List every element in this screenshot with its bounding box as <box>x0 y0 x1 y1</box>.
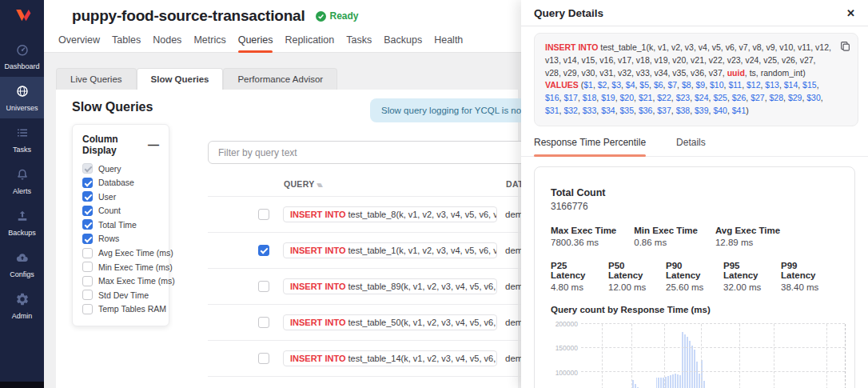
query-cell[interactable]: INSERT INTO test_table_14(k, v1, v2, v3,… <box>283 350 497 366</box>
checkbox[interactable] <box>82 262 93 272</box>
checkbox[interactable] <box>82 163 93 174</box>
search-input[interactable] <box>208 141 543 164</box>
page-title: Slow Queries <box>72 100 153 114</box>
checkbox[interactable] <box>82 206 93 216</box>
column-option-label: Query <box>98 164 121 174</box>
row-checkbox[interactable] <box>258 353 269 364</box>
stat-max-exec-time: Max Exec Time7800.36 ms <box>551 226 616 247</box>
checkbox[interactable] <box>82 276 93 286</box>
row-checkbox[interactable] <box>258 281 269 292</box>
tab-tables[interactable]: Tables <box>112 33 141 53</box>
stat-p50-latency: P50 Latency12.00 ms <box>608 261 655 292</box>
configs-icon <box>15 250 30 268</box>
histogram-bars <box>585 324 723 388</box>
column-option-avg-exec-time-ms-[interactable]: Avg Exec Time (ms) <box>82 248 159 258</box>
row-checkbox[interactable] <box>258 209 269 220</box>
column-option-std-dev-time[interactable]: Std Dev Time <box>82 290 159 300</box>
tasks-icon <box>15 126 30 143</box>
histogram-bar <box>675 374 676 388</box>
subtab-live-queries[interactable]: Live Queries <box>56 68 137 90</box>
sidebar-item-tasks[interactable]: Tasks <box>0 118 44 160</box>
ready-check-icon <box>316 11 326 22</box>
sidebar-item-admin[interactable]: Admin <box>0 285 44 326</box>
tab-queries[interactable]: Queries <box>238 33 273 53</box>
sidebar-item-universes[interactable]: Universes <box>0 77 44 118</box>
stat-p95-latency: P95 Latency32.00 ms <box>723 261 770 292</box>
status-text: Ready <box>329 10 358 22</box>
histogram-bar <box>699 374 700 388</box>
column-header-query[interactable]: QUERY▾▴ <box>284 179 506 189</box>
checkbox[interactable] <box>82 248 93 258</box>
row-checkbox[interactable] <box>258 317 269 328</box>
y-axis-label: 200000 <box>551 320 578 328</box>
column-option-max-exec-time-ms-[interactable]: Max Exec Time (ms) <box>82 276 159 286</box>
checkbox[interactable] <box>82 234 93 244</box>
column-option-user[interactable]: User <box>82 191 159 202</box>
sidebar-item-label: Backups <box>8 229 36 237</box>
column-option-query[interactable]: Query <box>82 163 159 174</box>
query-cell[interactable]: INSERT INTO test_table_89(k, v1, v2, v3,… <box>283 278 497 294</box>
exec-time-stats: Max Exec Time7800.36 msMin Exec Time0.86… <box>551 226 838 247</box>
sql-statement-card: INSERT INTO test_table_1(k, v1, v2, v3, … <box>534 33 858 126</box>
gridline <box>774 324 774 388</box>
row-checkbox[interactable] <box>258 245 269 256</box>
tab-replication[interactable]: Replication <box>285 33 334 53</box>
column-option-min-exec-time-ms-[interactable]: Min Exec Time (ms) <box>82 262 159 272</box>
collapse-icon[interactable]: — <box>148 141 159 149</box>
histogram-bar <box>632 380 634 388</box>
tab-backups[interactable]: Backups <box>384 33 422 53</box>
tab-tasks[interactable]: Tasks <box>346 33 372 53</box>
alerts-icon <box>15 167 30 185</box>
column-option-label: Database <box>98 178 134 187</box>
checkbox[interactable] <box>82 191 93 202</box>
column-option-database[interactable]: Database <box>82 178 159 188</box>
column-option-label: Temp Tables RAM <box>98 304 166 314</box>
sidebar-nav: DashboardUniversesTasksAlertsBackupsConf… <box>0 35 44 326</box>
tab-overview[interactable]: Overview <box>58 33 100 53</box>
stat-p90-latency: P90 Latency25.60 ms <box>666 261 713 292</box>
query-cell[interactable]: INSERT INTO test_table_50(k, v1, v2, v3,… <box>283 314 497 330</box>
detail-tab-details[interactable]: Details <box>676 137 706 156</box>
query-details-panel: Query Details ✕ INSERT INTO test_table_1… <box>521 0 868 388</box>
query-cell[interactable]: INSERT INTO test_table_1(k, v1, v2, v3, … <box>283 242 497 258</box>
sidebar-item-label: Admin <box>12 312 33 320</box>
column-option-count[interactable]: Count <box>82 206 159 216</box>
checkbox[interactable] <box>82 178 93 188</box>
universe-title: puppy-food-source-transactional <box>72 7 305 25</box>
checkbox[interactable] <box>82 304 93 314</box>
sidebar-item-label: Universes <box>6 104 38 112</box>
histogram-bar <box>694 350 695 388</box>
sidebar-item-label: Alerts <box>13 187 31 195</box>
sort-icon[interactable]: ▾▴ <box>317 181 321 189</box>
sidebar-item-backups[interactable]: Backups <box>0 202 44 243</box>
column-option-total-time[interactable]: Total Time <box>82 219 159 230</box>
sidebar-item-configs[interactable]: Configs <box>0 243 44 285</box>
tab-metrics[interactable]: Metrics <box>193 33 225 53</box>
stat-min-exec-time: Min Exec Time0.86 ms <box>634 226 698 247</box>
tab-health[interactable]: Health <box>434 33 463 53</box>
tab-nodes[interactable]: Nodes <box>153 33 181 53</box>
y-axis-label: 100000 <box>551 369 578 377</box>
checkbox[interactable] <box>82 219 93 230</box>
dashboard-icon <box>15 42 30 60</box>
histogram-bar <box>682 332 683 388</box>
histogram-bar <box>689 341 691 388</box>
sidebar-item-dashboard[interactable]: Dashboard <box>0 35 44 77</box>
gridline <box>581 323 845 324</box>
gridline <box>739 324 740 388</box>
subtab-slow-queries[interactable]: Slow Queries <box>137 68 224 90</box>
close-icon[interactable]: ✕ <box>846 7 855 19</box>
column-option-rows[interactable]: Rows <box>82 234 159 244</box>
subtab-performance-advisor[interactable]: Performance Advisor <box>223 68 337 90</box>
query-cell[interactable]: INSERT INTO test_table_8(k, v1, v2, v3, … <box>283 206 497 222</box>
detail-tab-response-time-percentile[interactable]: Response Time Percentile <box>534 137 646 156</box>
column-option-temp-tables-ram[interactable]: Temp Tables RAM <box>82 304 159 314</box>
sidebar-item-alerts[interactable]: Alerts <box>0 160 44 202</box>
response-time-histogram: 050000100000150000200000(1.5,1.6)(3.6,4.… <box>551 324 838 388</box>
histogram-bar <box>667 376 669 388</box>
checkbox[interactable] <box>82 290 93 300</box>
copy-icon[interactable] <box>840 41 850 55</box>
yugabyte-logo-icon[interactable] <box>0 0 44 35</box>
column-option-label: User <box>98 192 116 202</box>
column-option-label: Min Exec Time (ms) <box>98 262 173 272</box>
